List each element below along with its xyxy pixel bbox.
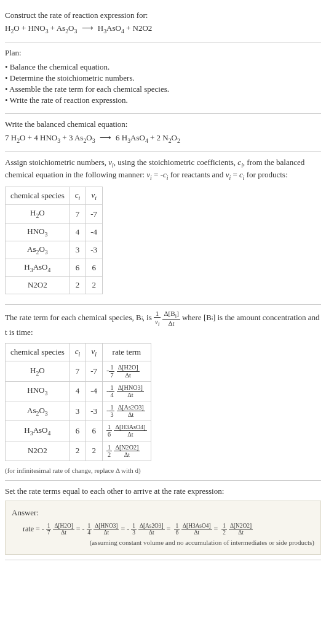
vi-cell: 2 — [85, 277, 103, 294]
rate-table-note: (for infinitesimal rate of change, repla… — [5, 466, 321, 475]
plan-list: Balance the chemical equation. Determine… — [5, 62, 321, 107]
vi-cell: -7 — [85, 205, 103, 223]
rate-intro-text: The rate term for each chemical species,… — [5, 310, 321, 339]
col-vi: νi — [85, 187, 103, 205]
balanced-equation: 7 H2O + 4 HNO3 + 3 As2O3 ⟶ 6 H3AsO4 + 2 … — [5, 132, 321, 145]
vi-cell: -3 — [85, 401, 103, 421]
col-species: chemical species — [6, 344, 70, 361]
vi-cell: 6 — [85, 259, 103, 277]
rate-expr-title: Set the rate terms equal to each other t… — [5, 486, 321, 497]
plan-title: Plan: — [5, 47, 321, 58]
species-cell: As2O3 — [6, 241, 70, 259]
species-cell: H3AsO4 — [6, 259, 70, 277]
table-row: H3AsO4 6 6 — [6, 259, 103, 277]
header-section: Construct the rate of reaction expressio… — [5, 5, 321, 42]
answer-box: Answer: rate = -17 Δ[H2O]Δt = -14 Δ[HNO3… — [5, 501, 321, 554]
unbalanced-equation: H2O + HNO3 + As2O3 ⟶ H3AsO4 + N2O2 — [5, 23, 321, 35]
col-vi: νi — [85, 344, 103, 361]
species-cell: HNO3 — [6, 381, 70, 401]
table-row: HNO3 4 -4 -14 Δ[HNO3]Δt — [6, 381, 151, 401]
reaction-arrow-icon: ⟶ — [82, 23, 93, 33]
ci-cell: 3 — [70, 401, 85, 421]
col-species: chemical species — [6, 187, 70, 205]
plan-item: Assemble the rate term for each chemical… — [5, 84, 321, 95]
vi-cell: -4 — [85, 223, 103, 241]
col-ci: ci — [70, 187, 85, 205]
ci-cell: 4 — [70, 223, 85, 241]
ci-cell: 4 — [70, 381, 85, 401]
table-row: N2O2 2 2 — [6, 277, 103, 294]
table-row: H2O 7 -7 -17 Δ[H2O]Δt — [6, 361, 151, 381]
table-header-row: chemical species ci νi rate term — [6, 344, 151, 361]
table-row: N2O2 2 2 12 Δ[N2O2]Δt — [6, 441, 151, 461]
species-cell: H2O — [6, 205, 70, 223]
ci-cell: 2 — [70, 441, 85, 461]
vi-cell: -4 — [85, 381, 103, 401]
rate-cell: -17 Δ[H2O]Δt — [103, 361, 151, 381]
balanced-title: Write the balanced chemical equation: — [5, 119, 321, 130]
table-row: H2O 7 -7 — [6, 205, 103, 223]
stoich-section: Assign stoichiometric numbers, νi, using… — [5, 152, 321, 305]
rate-cell: -13 Δ[As2O3]Δt — [103, 401, 151, 421]
ci-cell: 7 — [70, 361, 85, 381]
stoich-table: chemical species ci νi H2O 7 -7 HNO3 4 -… — [5, 187, 103, 294]
vi-cell: 6 — [85, 421, 103, 441]
rate-equation: rate = -17 Δ[H2O]Δt = -14 Δ[HNO3]Δt = -1… — [23, 523, 314, 536]
stoich-text: Assign stoichiometric numbers, νi, using… — [5, 157, 321, 182]
ci-cell: 2 — [70, 277, 85, 294]
table-row: As2O3 3 -3 — [6, 241, 103, 259]
rate-cell: -14 Δ[HNO3]Δt — [103, 381, 151, 401]
ci-cell: 7 — [70, 205, 85, 223]
species-cell: HNO3 — [6, 223, 70, 241]
species-cell: N2O2 — [6, 277, 70, 294]
rate-cell: 16 Δ[H3AsO4]Δt — [103, 421, 151, 441]
table-row: As2O3 3 -3 -13 Δ[As2O3]Δt — [6, 401, 151, 421]
reaction-arrow-icon: ⟶ — [100, 133, 111, 142]
plan-item: Write the rate of reaction expression. — [5, 95, 321, 106]
species-cell: H2O — [6, 361, 70, 381]
species-cell: As2O3 — [6, 401, 70, 421]
vi-cell: -7 — [85, 361, 103, 381]
ci-cell: 6 — [70, 421, 85, 441]
rate-term-table: chemical species ci νi rate term H2O 7 -… — [5, 343, 151, 461]
species-cell: H3AsO4 — [6, 421, 70, 441]
answer-label: Answer: — [12, 507, 314, 518]
rate-expression-section: Set the rate terms equal to each other t… — [5, 481, 321, 560]
rate-term-section: The rate term for each chemical species,… — [5, 305, 321, 481]
table-row: H3AsO4 6 6 16 Δ[H3AsO4]Δt — [6, 421, 151, 441]
plan-section: Plan: Balance the chemical equation. Det… — [5, 42, 321, 114]
page-title: Construct the rate of reaction expressio… — [5, 10, 321, 21]
vi-cell: -3 — [85, 241, 103, 259]
col-rate: rate term — [103, 344, 151, 361]
species-cell: N2O2 — [6, 441, 70, 461]
rate-cell: 12 Δ[N2O2]Δt — [103, 441, 151, 461]
col-ci: ci — [70, 344, 85, 361]
rate-prefix: rate = — [23, 524, 40, 534]
table-row: HNO3 4 -4 — [6, 223, 103, 241]
vi-cell: 2 — [85, 441, 103, 461]
plan-item: Determine the stoichiometric numbers. — [5, 73, 321, 84]
ci-cell: 3 — [70, 241, 85, 259]
ci-cell: 6 — [70, 259, 85, 277]
balanced-section: Write the balanced chemical equation: 7 … — [5, 114, 321, 151]
answer-note: (assuming constant volume and no accumul… — [12, 538, 314, 547]
table-header-row: chemical species ci νi — [6, 187, 103, 205]
plan-item: Balance the chemical equation. — [5, 62, 321, 73]
